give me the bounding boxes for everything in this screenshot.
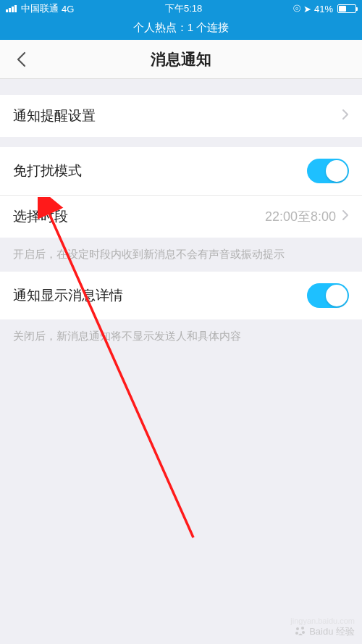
chevron-right-icon	[342, 209, 349, 225]
status-right: ⦾ ➤ 41%	[293, 3, 356, 14]
hotspot-label: 个人热点：1 个连接	[133, 21, 230, 33]
page-title: 消息通知	[151, 49, 211, 70]
detail-note: 关闭后，新消息通知将不显示发送人和具体内容	[0, 319, 362, 354]
cell-label: 通知显示消息详情	[13, 286, 123, 305]
orientation-lock-icon: ⦾	[293, 3, 300, 14]
cell-label: 免打扰模式	[13, 162, 82, 180]
watermark: Baidu 经验	[295, 625, 355, 638]
dnd-toggle[interactable]	[307, 159, 349, 183]
hotspot-bar[interactable]: 个人热点：1 个连接	[0, 17, 362, 40]
cell-label: 选择时段	[13, 207, 68, 226]
chevron-right-icon	[342, 108, 349, 124]
svg-point-4	[302, 631, 305, 634]
battery-pct: 41%	[314, 4, 333, 14]
status-left: 中国联通 4G	[6, 2, 74, 15]
battery-icon	[337, 4, 356, 13]
dnd-note: 开启后，在设定时段内收到新消息不会有声音或振动提示	[0, 238, 362, 272]
cell-show-detail: 通知显示消息详情	[0, 272, 362, 319]
back-button[interactable]	[10, 49, 32, 70]
carrier-label: 中国联通	[21, 2, 59, 15]
network-label: 4G	[62, 4, 74, 14]
chevron-left-icon	[16, 51, 26, 67]
svg-point-3	[295, 632, 298, 635]
cell-time-period[interactable]: 选择时段 22:00至8:00	[0, 196, 362, 238]
cell-dnd-mode: 免打扰模式	[0, 147, 362, 196]
status-time: 下午5:18	[165, 2, 202, 15]
status-bar: 中国联通 4G 下午5:18 ⦾ ➤ 41%	[0, 0, 362, 17]
svg-point-2	[301, 627, 304, 630]
spacer	[0, 137, 362, 147]
detail-toggle[interactable]	[307, 283, 349, 308]
watermark-text: Baidu 经验	[309, 625, 355, 638]
cell-label: 通知提醒设置	[13, 106, 96, 125]
svg-point-1	[296, 627, 299, 630]
nav-bar: 消息通知	[0, 40, 362, 79]
baidu-logo-icon	[295, 626, 306, 637]
cell-reminder-settings[interactable]: 通知提醒设置	[0, 95, 362, 137]
location-icon: ➤	[303, 4, 311, 14]
watermark-sub: jingyan.baidu.com	[290, 616, 355, 625]
period-value: 22:00至8:00	[265, 208, 336, 225]
signal-icon	[6, 5, 17, 12]
spacer	[0, 79, 362, 95]
